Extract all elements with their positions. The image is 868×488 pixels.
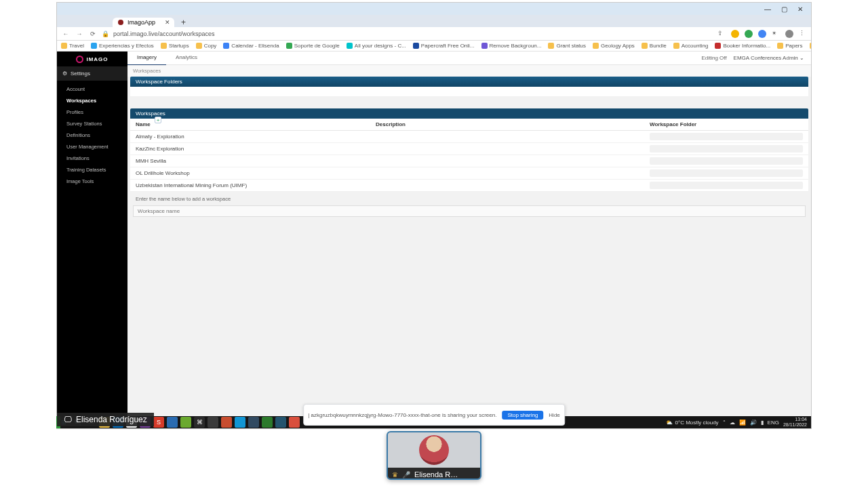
taskbar-clock[interactable]: 13:04 28/11/2022 [783,417,807,428]
app-icon[interactable] [221,417,232,428]
table-row[interactable]: OL Drillhole Workshop [130,167,808,180]
profile-avatar-icon[interactable] [785,30,793,38]
grid-header-description: Description [376,121,650,127]
address-url[interactable]: portal.imago.live/account/workspaces [113,30,713,37]
onedrive-icon[interactable]: ☁ [730,420,735,426]
sidebar-item-image-tools[interactable]: Image Tools [57,176,127,187]
add-workspace-chip-icon[interactable]: + [155,117,161,123]
window-minimize-button[interactable]: — [760,5,776,13]
bookmark-label: Geology Apps [601,43,635,49]
settings-label: Settings [71,70,90,77]
bookmark-item[interactable]: Grant status [548,43,586,49]
nav-forward-icon[interactable]: → [75,30,84,37]
self-view-tile[interactable]: ♛ 🎤 Elisenda R… [387,431,481,480]
bookmark-item[interactable]: Accounting [673,43,709,49]
app-icon[interactable] [235,417,245,428]
add-workspace-row [133,203,806,217]
presenter-screen-icon: 🖵 [64,415,72,424]
bookmark-item[interactable]: Remove Backgroun... [481,43,542,49]
share-icon[interactable]: ⇪ [717,30,726,38]
admin-dropdown[interactable]: EMGA Conferences Admin ⌄ [734,55,804,61]
stop-sharing-button[interactable]: Stop sharing [502,411,543,420]
tab-close-icon[interactable]: ✕ [165,19,170,26]
sidebar-item-account[interactable]: Account [57,83,127,95]
editing-toggle[interactable]: Editing Off [701,55,726,61]
sidebar-item-invitations[interactable]: Invitations [57,152,127,164]
app-icon[interactable] [289,417,300,428]
browser-tab[interactable]: ImagoApp ✕ [113,18,174,27]
bookmark-item[interactable]: Booker Informatio... [715,43,770,49]
folder-select[interactable] [650,133,803,140]
app-icon[interactable] [248,417,259,428]
weather-widget[interactable]: ⛅ 0°C Mostly cloudy [666,420,719,426]
sidebar-item-survey-stations[interactable]: Survey Stations [57,118,127,129]
ext-icon[interactable] [731,30,739,38]
panel-body-folders [130,87,808,96]
tab-imagery[interactable]: Imagery [127,51,166,66]
bookmark-favicon [642,43,648,49]
main-panel: Imagery Analytics Editing Off EMGA Confe… [127,52,811,416]
sidebar-item-profiles[interactable]: Profiles [57,106,127,118]
bookmark-item[interactable]: Calendar - Elisenda [223,43,279,49]
folder-select[interactable] [650,182,803,189]
bookmark-label: Grant status [556,43,586,49]
app-icon[interactable] [167,417,178,428]
lock-icon: 🔒 [102,30,109,37]
folder-select[interactable] [650,169,803,177]
extensions-icon[interactable]: ✴ [772,30,780,38]
app-icon[interactable]: ⌘ [194,417,205,428]
tab-analytics[interactable]: Analytics [166,51,207,66]
tray-chevron-icon[interactable]: ˄ [723,420,726,426]
bookmark-item[interactable]: All your designs - C... [347,43,406,49]
table-row[interactable]: MMH Sevilla [130,155,808,167]
folder-select[interactable] [650,157,803,165]
new-tab-button[interactable]: + [178,18,189,27]
volume-icon[interactable]: 🔊 [750,420,757,426]
bookmark-item[interactable]: Bundle [642,43,667,49]
edge-icon[interactable] [275,417,286,428]
sidebar-item-workspaces[interactable]: Workspaces [57,95,127,106]
nav-back-icon[interactable]: ← [61,30,71,37]
bookmark-item[interactable]: Geology Apps [593,43,635,49]
grid-header-folder: Workspace Folder [650,121,803,127]
bookmark-item[interactable]: Soporte de Google [286,43,340,49]
bookmark-item[interactable]: Startups [161,43,189,49]
battery-icon[interactable]: ▮ [761,420,764,426]
window-close-button[interactable]: ✕ [792,5,808,13]
sidebar-item-training-datasets[interactable]: Training Datasets [57,164,127,176]
bookmark-item[interactable]: Copy [196,43,217,49]
table-row[interactable]: Almaty - Exploration [130,131,808,143]
topbar-right: Editing Off EMGA Conferences Admin ⌄ [701,55,811,61]
settings-header[interactable]: ⚙ Settings [57,66,127,81]
gear-icon: ⚙ [62,70,67,77]
hide-banner-button[interactable]: Hide [549,412,559,418]
window-maximize-button[interactable]: ▢ [776,5,792,13]
bookmark-item[interactable]: Papers [777,43,802,49]
folder-select[interactable] [650,145,803,152]
bookmark-item[interactable]: Experiencias y Efectos [91,43,154,49]
app-icon[interactable] [262,417,273,428]
kebab-menu-icon[interactable]: ⋮ [799,30,807,38]
language-indicator[interactable]: ENG [768,420,779,426]
tab-title: ImagoApp [127,19,155,26]
app-icon[interactable] [180,417,191,428]
bookmark-item[interactable]: Papercraft Free Onli... [413,43,475,49]
bookmark-favicon [61,43,67,49]
bookmark-favicon [413,43,419,49]
nav-reload-icon[interactable]: ⟳ [88,30,98,37]
sidebar-item-user-management[interactable]: User Management [57,141,127,152]
table-row[interactable]: Uzbekistan International Mining Forum (U… [130,180,808,192]
table-row[interactable]: KazZinc Exploration [130,143,808,155]
sidebar-item-definitions[interactable]: Definitions [57,129,127,141]
bookmark-favicon [481,43,488,49]
ext-icon[interactable] [745,30,753,38]
ext-icon[interactable] [758,30,766,38]
app-icon[interactable] [208,417,218,428]
bookmark-item[interactable]: Travel [61,43,84,49]
add-workspace-input[interactable] [133,205,806,217]
bookmark-favicon [161,43,167,49]
bookmark-label: Papercraft Free Onli... [421,43,475,49]
app-icon[interactable]: S [153,417,164,428]
network-icon[interactable]: 📶 [739,420,746,426]
bookmark-item[interactable]: Workshop [810,43,811,49]
